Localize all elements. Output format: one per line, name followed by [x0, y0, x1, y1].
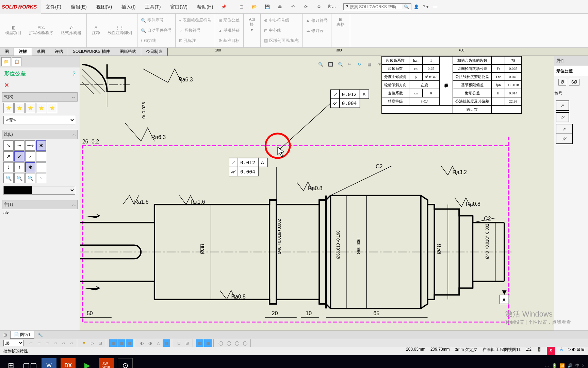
style-section-header[interactable]: 式(S)︿ [2, 92, 78, 102]
leader-opt-13[interactable]: 🔍 [3, 173, 14, 183]
leader-opt-7[interactable]: ⟋ [25, 151, 35, 162]
style-star2-icon[interactable]: ⭐ [14, 103, 24, 113]
bt-icon-21[interactable]: ◯ [217, 339, 224, 347]
bt-icon-16[interactable]: ▦ [163, 339, 170, 347]
tray-time[interactable]: 2 [582, 363, 585, 368]
task-view-button[interactable]: ▢▢ [22, 358, 37, 368]
display-icon[interactable]: ▦ [368, 62, 376, 70]
style-star1-icon[interactable]: ⭐ [3, 103, 14, 113]
tab-sheet-format[interactable]: 图纸格式 [115, 48, 141, 56]
leader-opt-2[interactable]: ⤳ [14, 140, 24, 151]
linear-pattern-button[interactable]: ⋮⋮线性注释阵列 [106, 24, 134, 37]
bt-icon-17[interactable]: ⊡ [175, 339, 183, 347]
gear-icon[interactable]: 齿… [327, 2, 337, 12]
centerline-button[interactable]: ⊟ 中心线 [264, 28, 281, 33]
sheet-tab-1[interactable]: 📄 图纸1 [10, 331, 34, 339]
datum-button[interactable]: ▲ 基准特征 [218, 28, 240, 33]
snap-3-icon[interactable]: ▦ [126, 339, 133, 347]
tab-sketch[interactable]: 草图 [32, 48, 50, 56]
arrow-style-dropdown[interactable] [3, 186, 75, 195]
minimize-icon[interactable]: — [430, 2, 440, 12]
note-button[interactable]: A注释 [90, 24, 102, 37]
magnetic-line-button[interactable]: ⟨ 磁力线 [141, 38, 156, 44]
menu-file[interactable]: 文件(F) [41, 0, 66, 14]
tables-button[interactable]: ⊞表格 [335, 15, 346, 29]
bt-icon-9[interactable]: ⊡ [97, 339, 104, 347]
model-items-button[interactable]: ◧模型项目 [3, 24, 23, 37]
bt-icon-1[interactable]: ▱ [27, 339, 34, 347]
print-icon[interactable]: 🖶 [275, 2, 285, 12]
revision-cloud-button[interactable]: ☁ 修订云 [306, 28, 324, 34]
tab-today[interactable]: 今日制造 [141, 48, 167, 56]
zoom-prev-icon[interactable]: 🔍 [338, 62, 346, 70]
snap-2-icon[interactable]: ▦ [117, 339, 125, 347]
menu-help[interactable]: 帮助(H) [192, 0, 218, 14]
datum-target-button[interactable]: ⊕ 基准目标 [218, 38, 240, 44]
tab-addins[interactable]: SOLIDWORKS 插件 [68, 48, 115, 56]
tab-drawing[interactable]: 图 [0, 48, 14, 56]
leader-opt-16[interactable]: ⟍ [36, 173, 46, 183]
new-icon[interactable]: ▢ [236, 2, 246, 12]
symbol-grid[interactable]: ↗ ⌭ [556, 124, 573, 144]
tab-annotation[interactable]: 注解 [14, 48, 32, 56]
pm-close-button[interactable]: ✕ [0, 80, 80, 90]
search-box[interactable]: ? 🔍 [343, 3, 411, 10]
dia-symbol-button[interactable]: Ø [558, 79, 566, 86]
leader-opt-9[interactable]: ⤹ [3, 162, 14, 172]
format-painter-button[interactable]: 🖌格式涂刷器 [59, 24, 83, 37]
symbol-arrow-button[interactable]: ↗ [556, 101, 569, 111]
leader-opt-12[interactable] [36, 162, 46, 172]
leader-opt-14[interactable]: 🔍 [14, 173, 24, 183]
menu-view[interactable]: 视图(V) [92, 0, 117, 14]
balloon-button[interactable]: 🔍 零件序号 [141, 17, 164, 23]
leader-opt-11[interactable]: ✱ [25, 162, 35, 172]
tray-chevron-icon[interactable]: ︿ [545, 363, 549, 368]
symbol-runout-button[interactable]: ⌭ [556, 112, 569, 122]
bt-icon-18[interactable]: ⊞ [183, 339, 191, 347]
ime-a[interactable]: A [560, 347, 563, 355]
bt-icon-4[interactable]: ▱ [51, 339, 59, 347]
zoom-area-icon[interactable]: 🔲 [328, 62, 336, 70]
recorder-icon[interactable]: ⊙ [118, 358, 133, 368]
undo-icon[interactable]: ↶ [288, 2, 298, 12]
search-input[interactable] [350, 4, 402, 9]
style-star5-icon[interactable]: ⭐ [47, 103, 57, 113]
bt-icon-20[interactable]: ▦ [204, 339, 212, 347]
block-button[interactable]: A⊡块▾ [247, 15, 257, 34]
bt-icon-15[interactable]: △ [154, 339, 162, 347]
sdia-symbol-button[interactable]: SØ [569, 79, 579, 86]
layer-dropdown[interactable]: 层 [3, 340, 24, 346]
save-icon[interactable]: 💾 [262, 2, 272, 12]
add-sheet-icon[interactable]: 🔧 [38, 333, 43, 337]
style-star4-icon[interactable]: ⭐ [36, 103, 46, 113]
select-icon[interactable]: ▷ [88, 339, 96, 347]
pm-help-icon[interactable]: ? [72, 71, 76, 77]
menu-insert[interactable]: 插入(I) [117, 0, 140, 14]
center-mark-button[interactable]: ⊕ 中心符号线 [264, 17, 289, 23]
user-icon[interactable]: 👤 [411, 2, 421, 12]
auto-balloon-button[interactable]: 🔍 自动零件序号 [141, 28, 172, 33]
bt-icon-22[interactable]: ◯ [225, 339, 232, 347]
geotol-tab[interactable]: 形位公差 [554, 66, 588, 76]
leader-opt-1[interactable]: ↘ [3, 140, 14, 151]
leader-section-header[interactable]: 线(L)︿ [2, 130, 78, 139]
menu-window[interactable]: 窗口(W) [165, 0, 192, 14]
filter-icon[interactable]: ▼ [80, 339, 88, 347]
spell-check-button[interactable]: Abc拼写检验程序 [27, 24, 55, 37]
leader-opt-5[interactable]: ↗ [3, 151, 14, 162]
tray-wifi-icon[interactable]: 📶 [560, 363, 565, 368]
bt-icon-2[interactable]: ▱ [35, 339, 43, 347]
bt-icon-6[interactable]: ▱ [68, 339, 75, 347]
style-dropdown[interactable]: <无> [3, 116, 75, 124]
menu-edit[interactable]: 编辑(E) [66, 0, 92, 14]
media-player-icon[interactable]: ▶ [80, 358, 95, 368]
text-section-header[interactable]: 字(T)︿ [2, 200, 78, 209]
rebuild-icon[interactable]: ⟳ [301, 2, 311, 12]
bt-icon-14[interactable]: ◑ [146, 339, 154, 347]
bt-icon-24[interactable]: ◯ [241, 339, 249, 347]
fcf-1[interactable]: ⟋ 0.012 A ⌭ 0.004 [279, 90, 369, 150]
leader-opt-15[interactable]: 🔍 [25, 173, 35, 183]
ime-badge[interactable]: S [547, 347, 555, 355]
leader-opt-8[interactable] [36, 151, 46, 162]
bt-icon-5[interactable]: ▱ [60, 339, 67, 347]
